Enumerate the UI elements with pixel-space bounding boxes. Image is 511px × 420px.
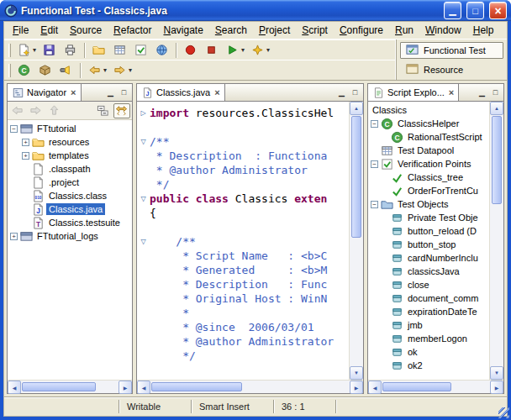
- debug-button[interactable]: [248, 42, 272, 59]
- tree-item-cardnumberinclu[interactable]: cardNumberInclu: [368, 251, 489, 265]
- scroll-left-icon[interactable]: [368, 381, 382, 394]
- menu-refactor[interactable]: Refactor: [108, 22, 157, 39]
- new-wizard-button[interactable]: [14, 42, 39, 59]
- menu-edit[interactable]: Edit: [34, 22, 64, 39]
- script-explorer-tab[interactable]: Script Explo...: [368, 84, 459, 101]
- editor-vertical-scrollbar[interactable]: [349, 102, 363, 380]
- tree-item-button-stop[interactable]: button_stop: [368, 238, 489, 251]
- scrollbar-thumb[interactable]: [22, 382, 96, 391]
- menu-run[interactable]: Run: [389, 22, 419, 39]
- toolbar-grip[interactable]: [8, 44, 11, 57]
- scroll-right-icon[interactable]: [490, 381, 503, 394]
- forward-button[interactable]: [110, 62, 134, 79]
- script-explorer-minimize-button[interactable]: [476, 87, 488, 99]
- tree-item-expirationdatete[interactable]: expirationDateTe: [368, 305, 489, 318]
- dropdown-arrow-icon[interactable]: [103, 66, 107, 74]
- collapse-icon[interactable]: [10, 125, 18, 133]
- script-explorer-horizontal-scrollbar[interactable]: [368, 380, 503, 393]
- menu-navigate[interactable]: Navigate: [157, 22, 208, 39]
- menu-help[interactable]: Help: [467, 22, 500, 39]
- scroll-left-icon[interactable]: [8, 381, 21, 394]
- dropdown-arrow-icon[interactable]: [241, 46, 245, 54]
- window-resize-grip[interactable]: [498, 407, 509, 418]
- tree-item-fttutorial[interactable]: FTtutorial: [8, 122, 132, 135]
- editor-tab-classics-java[interactable]: J Classics.java: [137, 84, 225, 101]
- menu-search[interactable]: Search: [209, 22, 253, 39]
- menu-file[interactable]: File: [7, 22, 34, 39]
- tree-item-classpath[interactable]: .classpath: [8, 162, 132, 176]
- tree-item-project[interactable]: .project: [8, 176, 132, 189]
- tree-item-ok2[interactable]: ok2: [368, 359, 489, 372]
- scrollbar-thumb[interactable]: [382, 382, 451, 391]
- editor-minimize-button[interactable]: [335, 87, 348, 99]
- dropdown-arrow-icon[interactable]: [266, 46, 270, 54]
- globe-button[interactable]: [152, 42, 172, 59]
- up-button[interactable]: [46, 103, 63, 118]
- tree-item-classics-java[interactable]: JClassics.java: [8, 202, 132, 216]
- scroll-right-icon[interactable]: [350, 381, 363, 394]
- scrollbar-thumb[interactable]: [492, 116, 502, 204]
- link-editor-button[interactable]: [113, 103, 130, 118]
- menu-configure[interactable]: Configure: [334, 22, 389, 39]
- back-button[interactable]: [85, 62, 109, 79]
- forward-button[interactable]: [28, 103, 45, 118]
- tree-item-button-reload-d[interactable]: button_reload (D: [368, 224, 489, 238]
- scroll-down-icon[interactable]: [490, 366, 503, 380]
- tree-item-close[interactable]: close: [368, 278, 489, 291]
- navigator-maximize-button[interactable]: [118, 87, 130, 99]
- stop-button[interactable]: [202, 42, 222, 59]
- scrollbar-thumb[interactable]: [151, 382, 242, 391]
- perspective-resource[interactable]: Resource: [400, 61, 503, 78]
- fold-expand-icon[interactable]: [137, 109, 150, 117]
- navigator-tree[interactable]: FTtutorialresourcestemplates.classpath.p…: [8, 120, 132, 380]
- navigator-horizontal-scrollbar[interactable]: [8, 380, 132, 393]
- editor-tab-close-icon[interactable]: [214, 87, 219, 97]
- new-folder-button[interactable]: [89, 42, 109, 59]
- tree-item-test-datapool[interactable]: Test Datapool: [368, 144, 489, 157]
- expand-icon[interactable]: [22, 152, 29, 160]
- save-button[interactable]: [40, 42, 60, 59]
- fold-collapse-icon[interactable]: [137, 138, 150, 145]
- script-explorer-tab-close-icon[interactable]: [449, 87, 454, 97]
- editor-horizontal-scrollbar[interactable]: [137, 380, 363, 393]
- title-bar[interactable]: Functional Test - Classics.java: [0, 0, 511, 21]
- scrollbar-thumb[interactable]: [351, 116, 361, 238]
- tree-item-private-test-obje[interactable]: Private Test Obje: [368, 211, 489, 224]
- scroll-up-icon[interactable]: [490, 102, 503, 115]
- script-explorer-vertical-scrollbar[interactable]: [489, 102, 503, 380]
- play-button[interactable]: [223, 42, 247, 59]
- scroll-up-icon[interactable]: [350, 102, 363, 115]
- print-button[interactable]: [61, 42, 81, 59]
- insert-vp-button[interactable]: [131, 42, 151, 59]
- tree-item-ok[interactable]: ok: [368, 345, 489, 359]
- tree-item-classics-tree[interactable]: Classics_tree: [368, 171, 489, 184]
- record-button[interactable]: [181, 42, 201, 59]
- tree-item-resources[interactable]: resources: [8, 135, 132, 149]
- script-explorer-maximize-button[interactable]: [489, 87, 502, 99]
- minimize-button[interactable]: [444, 2, 461, 19]
- tree-item-jmb[interactable]: jmb: [368, 318, 489, 332]
- collapse-icon[interactable]: [371, 160, 378, 168]
- menu-script[interactable]: Script: [296, 22, 334, 39]
- dropdown-arrow-icon[interactable]: [33, 46, 36, 54]
- new-package-button[interactable]: [35, 62, 55, 79]
- expand-icon[interactable]: [10, 233, 18, 240]
- tree-item-memberlogon[interactable]: memberLogon: [368, 332, 489, 345]
- tree-item-orderfortrentcu[interactable]: OrderForTrentCu: [368, 184, 489, 197]
- tree-item-classics-testsuite[interactable]: TClassics.testsuite: [8, 216, 132, 229]
- back-button[interactable]: [9, 103, 26, 118]
- dropdown-arrow-icon[interactable]: [129, 66, 132, 74]
- fold-collapse-icon[interactable]: [137, 195, 150, 202]
- collapse-all-button[interactable]: [95, 103, 112, 118]
- close-button[interactable]: [489, 2, 507, 19]
- scroll-left-icon[interactable]: [137, 381, 150, 394]
- navigator-minimize-button[interactable]: [104, 87, 117, 99]
- fold-collapse-icon[interactable]: [137, 238, 150, 245]
- toolbar-grip[interactable]: [8, 64, 11, 77]
- script-explorer-tree[interactable]: CClassicsHelperCRationalTestScriptTest D…: [368, 117, 489, 372]
- menu-project[interactable]: Project: [253, 22, 296, 39]
- tree-item-test-objects[interactable]: Test Objects: [368, 197, 489, 211]
- expand-icon[interactable]: [22, 139, 29, 146]
- navigator-tab[interactable]: Navigator: [8, 84, 82, 101]
- code-area[interactable]: import resources.ClassicsHel/** * Descri…: [137, 102, 349, 380]
